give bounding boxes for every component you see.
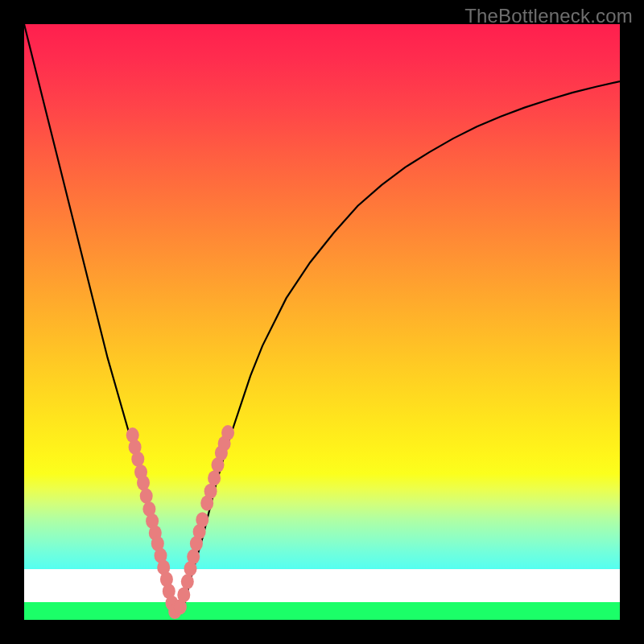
bead-marker [137,475,150,490]
bead-marker [181,574,194,589]
bead-markers [126,425,234,619]
bead-marker [177,587,190,602]
bead-marker [196,512,208,527]
bead-marker [131,452,144,467]
bead-marker [187,549,200,564]
bead-marker [140,489,153,504]
bead-marker [221,425,234,440]
chart-svg [24,24,620,620]
bottleneck-curve [24,24,620,614]
plot-area [24,24,620,620]
bead-marker [204,484,217,499]
bead-marker [208,470,221,485]
chart-canvas: TheBottleneck.com [0,0,644,644]
